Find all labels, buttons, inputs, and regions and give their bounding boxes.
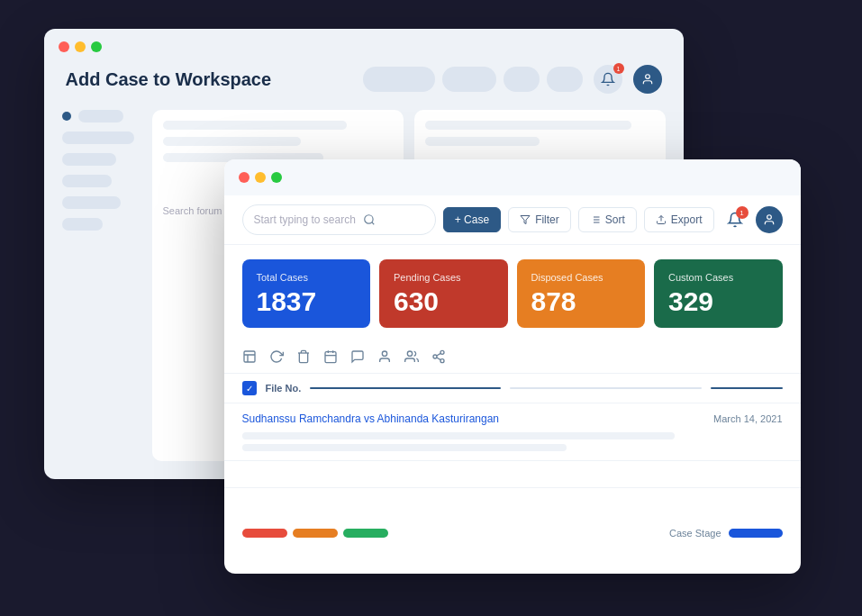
table-row-empty-1	[224, 461, 801, 488]
fg-dot-green[interactable]	[271, 172, 282, 183]
bg-window-title: Add Case to Workspace	[66, 69, 352, 90]
total-cases-label: Total Cases	[257, 272, 357, 283]
svg-point-21	[440, 359, 444, 363]
fg-notification-badge: 1	[736, 206, 749, 219]
case-stage-info: Case Stage	[669, 528, 782, 539]
fg-avatar[interactable]	[756, 206, 783, 233]
bg-sidebar-item-2	[62, 131, 134, 144]
stage-dot-orange	[293, 529, 338, 538]
bg-titlebar	[44, 29, 684, 65]
table-row: Sudhanssu Ramchandra vs Abhinanda Kastur…	[224, 403, 801, 461]
case-date: March 14, 2021	[713, 413, 782, 424]
bg-dot-yellow[interactable]	[75, 41, 86, 52]
search-input[interactable]: Start typing to search	[242, 204, 436, 235]
svg-rect-12	[244, 351, 255, 362]
stage-dots	[242, 529, 388, 538]
svg-point-2	[365, 215, 373, 223]
bg-header: Add Case to Workspace 1	[44, 65, 684, 108]
bg-sidebar-item-3	[62, 153, 116, 166]
foreground-window: Start typing to search + Case Filter	[224, 159, 801, 574]
bottom-bar: Case Stage	[224, 519, 801, 548]
disposed-cases-card: Disposed Cases 878	[517, 259, 646, 328]
bg-pill-4	[547, 67, 583, 92]
case-name[interactable]: Sudhanssu Ramchandra vs Abhinanda Kastur…	[242, 412, 500, 425]
filter-button[interactable]: Filter	[508, 207, 571, 232]
select-all-icon[interactable]	[242, 348, 257, 364]
bg-pill-1	[363, 67, 435, 92]
bg-sidebar	[62, 110, 134, 231]
col-separator-right	[711, 387, 783, 389]
total-cases-card: Total Cases 1837	[242, 259, 371, 328]
detail-line-1	[242, 432, 675, 439]
action-icons-row	[224, 342, 801, 373]
add-case-button[interactable]: + Case	[443, 207, 501, 232]
bg-dot-red[interactable]	[59, 41, 69, 52]
comment-icon[interactable]	[350, 348, 365, 364]
bg-pill-3	[504, 67, 540, 92]
bg-sidebar-item-5	[62, 196, 121, 209]
svg-rect-13	[325, 352, 336, 363]
table-header: ✓ File No.	[224, 373, 801, 403]
case-stage-bar	[729, 529, 783, 538]
fg-notification-button[interactable]: 1	[721, 206, 749, 233]
row-main-content: Sudhanssu Ramchandra vs Abhinanda Kastur…	[242, 412, 783, 425]
export-button[interactable]: Export	[644, 207, 714, 232]
disposed-cases-value: 878	[531, 288, 631, 315]
svg-point-0	[645, 75, 649, 79]
custom-cases-label: Custom Cases	[668, 272, 768, 283]
fg-content: Start typing to search + Case Filter	[224, 195, 801, 548]
row-detail-lines	[242, 432, 783, 451]
users-icon[interactable]	[404, 348, 419, 364]
svg-point-17	[382, 351, 386, 356]
bg-sidebar-item-1	[62, 110, 134, 122]
col-separator-2	[510, 387, 701, 389]
svg-point-20	[433, 355, 437, 358]
fg-toolbar: Start typing to search + Case Filter	[224, 195, 801, 245]
custom-cases-card: Custom Cases 329	[654, 259, 783, 328]
search-placeholder: Start typing to search	[254, 213, 356, 226]
bg-pill-2	[442, 67, 496, 92]
stats-row: Total Cases 1837 Pending Cases 630 Dispo…	[224, 245, 801, 342]
fg-dot-red[interactable]	[239, 172, 250, 183]
svg-point-19	[440, 350, 444, 354]
col-separator-1	[310, 387, 501, 389]
svg-line-22	[436, 358, 440, 360]
stage-dot-green	[343, 529, 388, 538]
detail-line-2	[242, 444, 567, 451]
bg-sidebar-item-4	[62, 175, 112, 187]
total-cases-value: 1837	[257, 288, 357, 315]
user-icon[interactable]	[377, 348, 392, 364]
fg-dot-yellow[interactable]	[255, 172, 266, 183]
pending-cases-card: Pending Cases 630	[379, 259, 508, 328]
file-no-column: File No.	[266, 383, 302, 394]
select-all-checkbox[interactable]: ✓	[242, 381, 257, 395]
svg-point-11	[767, 215, 771, 220]
bg-header-pills	[363, 67, 583, 92]
custom-cases-value: 329	[668, 288, 768, 315]
pending-cases-label: Pending Cases	[394, 272, 494, 283]
bg-dot-green[interactable]	[91, 41, 102, 52]
calendar-icon[interactable]	[323, 348, 338, 364]
share-icon[interactable]	[431, 348, 446, 364]
bg-avatar[interactable]	[633, 65, 662, 94]
bg-notification-badge: 1	[613, 63, 624, 74]
svg-point-18	[407, 351, 412, 356]
case-stage-label: Case Stage	[669, 528, 721, 539]
stage-dot-red	[242, 529, 287, 538]
fg-titlebar	[224, 159, 801, 195]
table-row-empty-2	[224, 488, 801, 515]
bg-sidebar-item-6	[62, 218, 103, 231]
svg-marker-3	[521, 216, 530, 224]
delete-icon[interactable]	[296, 348, 311, 364]
bg-notification-button[interactable]: 1	[594, 65, 622, 94]
pending-cases-value: 630	[394, 288, 494, 315]
svg-line-23	[436, 353, 440, 356]
refresh-icon[interactable]	[269, 348, 284, 364]
sort-button[interactable]: Sort	[578, 207, 637, 232]
disposed-cases-label: Disposed Cases	[531, 272, 631, 283]
